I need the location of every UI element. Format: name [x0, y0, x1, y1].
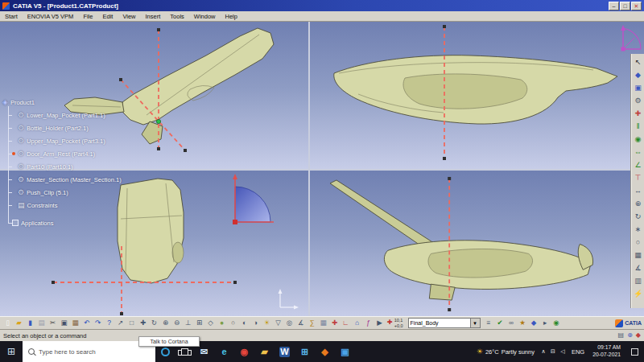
help-icon[interactable]: ?: [104, 318, 114, 328]
tree-item-master-section[interactable]: ⚙ Master_Section (Master_Section.1): [12, 173, 159, 186]
tray-volume-icon[interactable]: ◁: [558, 348, 568, 355]
select-arrow-icon[interactable]: ↖: [632, 56, 644, 68]
tree-item-lower-map-pocket[interactable]: ⚙ Lower_Map_Pocket (Part1.1): [12, 109, 159, 121]
taskbar-word-icon[interactable]: W: [275, 341, 295, 362]
grid-icon[interactable]: ▦: [318, 318, 328, 328]
link-manager-icon[interactable]: ∞: [506, 318, 517, 328]
taskbar-search[interactable]: [23, 341, 155, 362]
tree-item-applications[interactable]: Applications: [12, 216, 159, 229]
menu-start[interactable]: Start: [0, 13, 23, 20]
sketch-compass[interactable]: [233, 174, 274, 224]
viewport-top-iso[interactable]: [310, 171, 644, 316]
pattern-icon[interactable]: ▦: [632, 249, 644, 261]
menu-file[interactable]: File: [78, 13, 97, 20]
offset-constraint-icon[interactable]: ⇔: [632, 146, 644, 158]
lower-foot[interactable]: [429, 284, 455, 300]
redo-icon[interactable]: ↷: [93, 318, 103, 328]
catalog-icon[interactable]: ⌂: [352, 318, 362, 328]
measure-icon[interactable]: ∡: [632, 261, 644, 274]
print-icon[interactable]: ▤: [36, 318, 47, 328]
power-copy-icon[interactable]: ★: [518, 318, 528, 328]
viewport-side[interactable]: [310, 22, 644, 169]
menu-help[interactable]: Help: [221, 13, 242, 20]
menu-insert[interactable]: Insert: [141, 13, 166, 20]
save-icon[interactable]: ▮: [25, 318, 35, 328]
product-structure-icon[interactable]: ◆: [632, 68, 644, 81]
macro-play-icon[interactable]: ▶: [374, 318, 385, 328]
fastener-icon[interactable]: ✚: [632, 107, 644, 120]
armrest-knob[interactable]: [172, 242, 184, 263]
undo-icon[interactable]: ↶: [81, 318, 92, 328]
tree-item-product1[interactable]: ◈ Product1: [2, 96, 159, 109]
weather-widget[interactable]: ☀ 26°C Partly sunny: [473, 348, 539, 356]
body-selector-combo[interactable]: Final_Body ▾: [408, 318, 481, 328]
model-side-view[interactable]: [310, 22, 644, 169]
menu-view[interactable]: View: [118, 13, 140, 20]
graph-tree-icon[interactable]: ≡: [484, 318, 494, 328]
tree-item-bottle-holder[interactable]: ⚙ Bottle_Holder (Part2.1): [12, 121, 159, 134]
status-link-icon[interactable]: ⊕: [627, 332, 633, 339]
paste-icon[interactable]: ▦: [70, 318, 80, 328]
magnifier-icon[interactable]: ◎: [284, 318, 295, 328]
cut-icon[interactable]: ✂: [47, 318, 58, 328]
tree-item-upper-map-pocket[interactable]: ⚙ Upper_Map_Pocket (Part3.1): [12, 134, 159, 147]
chevron-down-icon[interactable]: ▾: [471, 318, 481, 328]
depth-effect-icon[interactable]: ▽: [273, 318, 283, 328]
hole-icon[interactable]: ○: [632, 236, 644, 249]
constraints-check-icon[interactable]: ✔: [495, 318, 506, 328]
new-document-icon[interactable]: ▯: [2, 318, 13, 328]
fly-mode-icon[interactable]: ↗: [115, 318, 126, 328]
swap-visible-space-icon[interactable]: ◑: [250, 318, 261, 328]
normal-view-icon[interactable]: ⊥: [183, 318, 193, 328]
rotate-icon[interactable]: ↻: [149, 318, 159, 328]
snap-to-point-icon[interactable]: ✚: [329, 318, 340, 328]
scan-icon[interactable]: ▸: [540, 318, 551, 328]
angle-constraint-icon[interactable]: ∠: [632, 158, 644, 171]
measure-between-icon[interactable]: ∡: [295, 318, 306, 328]
menu-window[interactable]: Window: [189, 13, 221, 20]
manipulate-icon[interactable]: ↔: [632, 184, 644, 197]
component-icon[interactable]: ▣: [632, 81, 644, 94]
status-flag-icon[interactable]: ◆: [636, 332, 641, 339]
contact-constraint-icon[interactable]: ◉: [632, 133, 644, 146]
taskbar-catia-icon[interactable]: ◆: [315, 341, 335, 362]
hide-show-icon[interactable]: ◐: [239, 318, 250, 328]
light-icon[interactable]: ☀: [262, 318, 272, 328]
minimize-button[interactable]: –: [609, 2, 619, 10]
fit-all-in-icon[interactable]: □: [126, 318, 137, 328]
tree-item-push-clip[interactable]: ⚙ Push_Clip (5.1): [12, 186, 159, 199]
taskbar-store-icon[interactable]: ⊞: [295, 341, 315, 362]
datum-icon[interactable]: ◆: [529, 318, 539, 328]
open-icon[interactable]: ▰: [14, 318, 24, 328]
world-icon[interactable]: ◉: [551, 318, 562, 328]
tray-network-icon[interactable]: ⊟: [548, 348, 558, 355]
model-top-view[interactable]: [310, 171, 644, 316]
zoom-out-icon[interactable]: ⊖: [171, 318, 182, 328]
close-button[interactable]: ✕: [631, 2, 642, 10]
status-doc-icon[interactable]: ▤: [618, 332, 625, 339]
start-button[interactable]: ⊞: [0, 341, 23, 362]
smart-move-icon[interactable]: ↻: [632, 210, 644, 223]
taskbar-edge-icon[interactable]: e: [214, 341, 234, 362]
tree-item-door-arm-rest[interactable]: ⚙ Door_Arm_Rest (Part4.1): [12, 147, 159, 160]
armrest-top[interactable]: [428, 249, 533, 278]
menu-edit[interactable]: Edit: [97, 13, 118, 20]
fix-component-icon[interactable]: ⊤: [632, 171, 644, 184]
zoom-in-icon[interactable]: ⊕: [160, 318, 171, 328]
menu-tools[interactable]: Tools: [165, 13, 189, 20]
taskbar-explorer-icon[interactable]: ▰: [254, 341, 275, 362]
tree-item-part10[interactable]: ⚙ Part10 (Part10.1): [12, 160, 159, 173]
search-input[interactable]: [39, 348, 150, 356]
tray-expand-icon[interactable]: ∧: [539, 348, 548, 355]
shading-icon[interactable]: ●: [217, 318, 227, 328]
snap-icon[interactable]: ⊕: [632, 197, 644, 210]
mass-properties-icon[interactable]: ∑: [307, 318, 317, 328]
taskbar-chrome-icon[interactable]: ◉: [234, 341, 254, 362]
notification-center-button[interactable]: [625, 341, 644, 362]
tree-item-constraints[interactable]: ▤ Constraints: [12, 199, 159, 212]
update-icon[interactable]: ⚡: [632, 287, 644, 300]
compass-3d[interactable]: [618, 23, 642, 52]
multi-view-icon[interactable]: ⊞: [194, 318, 204, 328]
taskbar-clock[interactable]: 09:17 AM 20-07-2021: [588, 344, 625, 359]
copy-icon[interactable]: ▣: [59, 318, 69, 328]
